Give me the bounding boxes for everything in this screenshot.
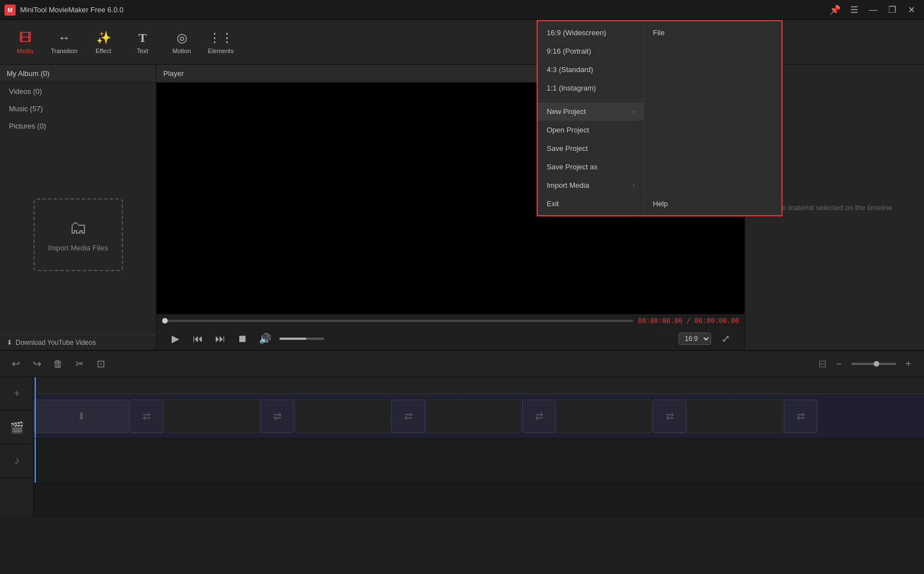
stop-button[interactable]: ⏹ <box>235 331 250 347</box>
album-title: My Album (0) <box>7 69 50 78</box>
delete-button[interactable]: 🗑 <box>49 355 67 373</box>
transition-icon: ↔ <box>58 31 70 45</box>
fast-forward-end-button[interactable]: ⏭ <box>212 331 228 347</box>
split-icon: ⊟ <box>818 358 827 370</box>
empty-clip-3[interactable] <box>426 400 521 433</box>
text-label: Text <box>137 48 148 54</box>
save-project-as-item[interactable]: Save Project as <box>538 158 643 176</box>
restore-button[interactable]: ❐ <box>884 2 901 18</box>
player-timecode: 00:00:00.00 / 00:00:00.00 <box>638 317 739 325</box>
submenu-right: File Help <box>644 21 781 215</box>
save-project-item[interactable]: Save Project <box>538 139 643 158</box>
app-icon-letter: M <box>7 7 12 13</box>
sidebar-item-videos[interactable]: Videos (0) <box>0 83 156 100</box>
aspect-portrait[interactable]: 9:16 (Portrait) <box>538 42 643 60</box>
toolbar-elements[interactable]: ⋮⋮ Elements <box>201 23 240 62</box>
exit-item[interactable]: Exit <box>538 195 643 213</box>
volume-fill <box>279 338 306 340</box>
dropdown-menu: 16:9 (Widescreen) 9:16 (Portrait) 4:3 (S… <box>537 20 783 216</box>
empty-clip-2[interactable] <box>295 400 390 433</box>
album-header: My Album (0) <box>0 65 156 83</box>
zoom-slider[interactable] <box>851 363 896 365</box>
mute-button[interactable]: 🔊 <box>257 331 273 347</box>
timeline-toolbar: ↩ ↪ 🗑 ✂ ⊡ ⊟ − + <box>0 350 924 377</box>
progress-thumb[interactable] <box>162 318 168 324</box>
menu-button[interactable]: ☰ <box>846 2 863 18</box>
empty-clip-4[interactable] <box>557 400 652 433</box>
transition-clip-1[interactable]: ⇄ <box>130 400 163 433</box>
new-project-item[interactable]: New Project › <box>538 102 643 121</box>
file-item[interactable]: File <box>644 23 781 42</box>
transition-clip-2[interactable]: ⇄ <box>260 400 294 433</box>
timeline-sidebar: + 🎬 ♪ <box>0 377 34 517</box>
zoom-out-button[interactable]: − <box>830 355 848 373</box>
download-youtube-btn[interactable]: ⬇ Download YouTube Videos <box>0 335 156 350</box>
progress-track[interactable] <box>162 320 633 322</box>
effect-icon: ✨ <box>96 31 111 45</box>
transition-clip-3[interactable]: ⇄ <box>391 400 425 433</box>
toolbar-effect[interactable]: ✨ Effect <box>84 23 123 62</box>
redo-button[interactable]: ↪ <box>28 355 46 373</box>
cut-button[interactable]: ✂ <box>70 355 88 373</box>
video-track-icon[interactable]: 🎬 <box>0 411 34 444</box>
toolbar-media[interactable]: 🎞 Media <box>6 23 45 62</box>
submenu-right-top: File <box>644 21 781 192</box>
toolbar-transition[interactable]: ↔ Transition <box>45 23 84 62</box>
rewind-start-button[interactable]: ⏮ <box>190 331 206 347</box>
audio-track-icon[interactable]: ♪ <box>0 444 34 478</box>
no-material-text: No material selected on the timeline <box>777 203 893 212</box>
undo-button[interactable]: ↩ <box>7 355 25 373</box>
aspect-ratio-select[interactable]: 16:9 9:16 4:3 1:1 <box>679 333 711 345</box>
left-panel: My Album (0) Videos (0) Music (57) Pictu… <box>0 65 157 350</box>
close-button[interactable]: ✕ <box>903 2 920 18</box>
player-progress: 00:00:00.00 / 00:00:00.00 <box>157 314 745 328</box>
fullscreen-button[interactable]: ⤢ <box>718 331 733 347</box>
import-area: 🗂 Import Media Files <box>0 135 156 335</box>
empty-clip-5[interactable] <box>688 400 783 433</box>
transition-icon-1: ⇄ <box>143 410 151 423</box>
video-track: ⬇ ⇄ ⇄ ⇄ ⇄ ⇄ <box>34 394 924 439</box>
timeline-cursor <box>35 377 36 393</box>
aspect-widescreen[interactable]: 16:9 (Widescreen) <box>538 23 643 42</box>
timeline-tracks: ⬇ ⇄ ⇄ ⇄ ⇄ ⇄ <box>34 394 924 517</box>
transition-clip-4[interactable]: ⇄ <box>522 400 556 433</box>
transition-icon-4: ⇄ <box>535 410 543 423</box>
import-media-item[interactable]: Import Media › <box>538 176 643 195</box>
sidebar-item-pictures[interactable]: Pictures (0) <box>0 117 156 135</box>
folder-icon: 🗂 <box>69 217 87 238</box>
transition-clip-6[interactable]: ⇄ <box>784 400 817 433</box>
motion-label: Motion <box>172 48 191 54</box>
aspect-standard[interactable]: 4:3 (Standard) <box>538 60 643 79</box>
add-track-button[interactable]: + <box>0 377 34 411</box>
text-icon: T <box>139 31 147 45</box>
zoom-in-button[interactable]: + <box>899 355 917 373</box>
crop-button[interactable]: ⊡ <box>92 355 110 373</box>
transition-label: Transition <box>51 48 78 54</box>
transition-icon-3: ⇄ <box>404 410 413 423</box>
pin-button[interactable]: 📌 <box>827 2 844 18</box>
download-icon: ⬇ <box>7 339 12 347</box>
video-cursor <box>35 394 36 438</box>
minimize-button[interactable]: — <box>865 2 882 18</box>
main-video-clip[interactable]: ⬇ <box>34 400 129 433</box>
transition-icon-6: ⇄ <box>797 410 805 423</box>
open-project-item[interactable]: Open Project <box>538 121 643 139</box>
transition-icon-5: ⇄ <box>666 410 674 423</box>
submenu-right-bottom: Help <box>644 192 781 215</box>
empty-clip-1[interactable] <box>164 400 259 433</box>
submenu-left: 16:9 (Widescreen) 9:16 (Portrait) 4:3 (S… <box>538 21 644 215</box>
volume-slider[interactable] <box>279 338 324 340</box>
transition-clip-5[interactable]: ⇄ <box>653 400 686 433</box>
help-item[interactable]: Help <box>644 195 781 213</box>
elements-label: Elements <box>208 48 234 54</box>
import-label: Import Media Files <box>48 244 108 252</box>
player-controls: ▶ ⏮ ⏭ ⏹ 🔊 16:9 9:16 4:3 1:1 ⤢ <box>157 328 745 350</box>
titlebar: M MiniTool MovieMaker Free 6.0.0 📌 ☰ — ❐… <box>0 0 924 20</box>
toolbar-motion[interactable]: ◎ Motion <box>162 23 201 62</box>
sidebar-item-music[interactable]: Music (57) <box>0 100 156 117</box>
play-button[interactable]: ▶ <box>168 331 183 347</box>
aspect-instagram[interactable]: 1:1 (Instagram) <box>538 79 643 97</box>
toolbar-text[interactable]: T Text <box>123 23 162 62</box>
download-clip-icon: ⬇ <box>77 410 86 423</box>
import-media-files-box[interactable]: 🗂 Import Media Files <box>34 198 123 271</box>
